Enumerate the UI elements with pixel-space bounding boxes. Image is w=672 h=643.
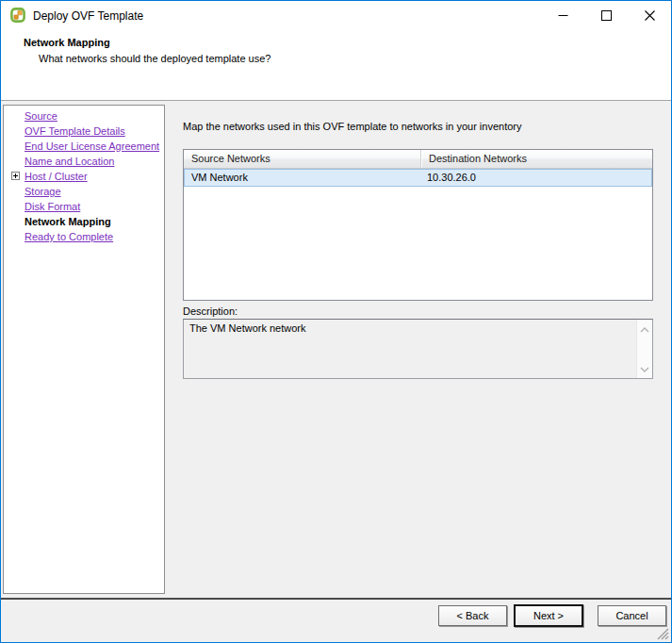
description-box[interactable]: The VM Network network <box>183 319 653 379</box>
description-text: The VM Network network <box>189 322 631 334</box>
window-titlebar[interactable]: Deploy OVF Template <box>1 1 671 30</box>
sidebar-item-end-user-license-agreement[interactable]: End User License Agreement <box>4 139 164 154</box>
resize-grip-icon[interactable] <box>657 628 669 640</box>
back-button[interactable]: < Back <box>438 605 507 626</box>
sidebar-item-host-cluster[interactable]: Host / Cluster <box>4 169 164 184</box>
close-icon <box>645 10 655 21</box>
minimize-icon <box>558 10 568 21</box>
column-header-destination-networks[interactable]: Destination Networks <box>420 150 652 168</box>
scroll-down-icon[interactable] <box>640 363 649 374</box>
sidebar-item-network-mapping-current: Network Mapping <box>4 214 164 229</box>
footer-separator <box>1 598 672 600</box>
sidebar-item-ready-to-complete[interactable]: Ready to Complete <box>4 229 164 244</box>
sidebar-item-label: Host / Cluster <box>25 171 88 182</box>
maximize-icon <box>601 10 612 21</box>
destination-network-cell: 10.30.26.0 <box>420 170 476 186</box>
close-button[interactable] <box>628 1 671 30</box>
deploy-ovf-template-window: Deploy OVF Template Network Mapping What… <box>0 0 672 643</box>
table-row-vm-network[interactable]: VM Network 10.30.26.0 <box>184 169 652 187</box>
page-subtitle: What networks should the deployed templa… <box>39 53 270 64</box>
scroll-up-icon[interactable] <box>640 323 649 335</box>
sidebar-item-disk-format[interactable]: Disk Format <box>4 199 164 214</box>
sidebar-item-storage[interactable]: Storage <box>4 184 164 199</box>
window-title: Deploy OVF Template <box>33 9 143 23</box>
wizard-steps-list: Source OVF Template Details End User Lic… <box>4 108 164 244</box>
wizard-steps-panel: Source OVF Template Details End User Lic… <box>3 105 165 594</box>
sidebar-item-name-and-location[interactable]: Name and Location <box>4 154 164 169</box>
expand-plus-icon[interactable] <box>11 172 20 180</box>
page-title: Network Mapping <box>24 37 110 48</box>
next-button[interactable]: Next > <box>514 604 583 627</box>
description-label: Description: <box>183 305 238 317</box>
sidebar-item-source[interactable]: Source <box>4 108 164 124</box>
cancel-button[interactable]: Cancel <box>598 605 666 626</box>
sidebar-item-ovf-template-details[interactable]: OVF Template Details <box>4 124 164 139</box>
description-scrollbar[interactable] <box>636 320 652 378</box>
column-header-source-networks[interactable]: Source Networks <box>184 150 420 168</box>
table-header-row: Source Networks Destination Networks <box>184 150 652 169</box>
vsphere-app-icon <box>10 8 25 23</box>
header-separator <box>1 100 671 101</box>
wizard-header: Network Mapping What networks should the… <box>1 30 671 100</box>
window-controls <box>541 1 671 30</box>
network-mapping-table: Source Networks Destination Networks VM … <box>183 149 653 301</box>
maximize-button[interactable] <box>584 1 628 30</box>
source-network-cell: VM Network <box>185 170 420 186</box>
minimize-button[interactable] <box>541 1 584 30</box>
mapping-instruction-text: Map the networks used in this OVF templa… <box>183 121 522 132</box>
